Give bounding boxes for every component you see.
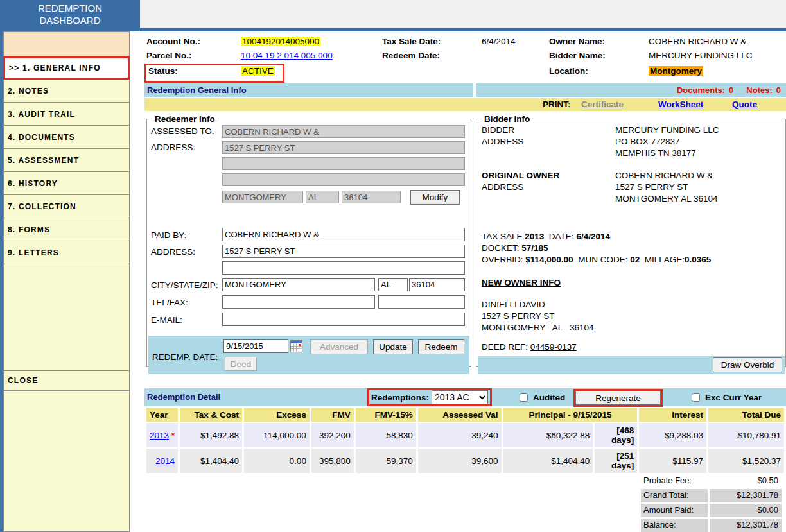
location-label: Location: [549,66,588,76]
cell-total: $1,520.37 [708,449,784,473]
bidder-name-value: MERCURY FUNDING LLC [649,51,753,60]
advanced-button: Advanced [310,339,368,354]
exc-curr-year-group: Exc Curr Year [689,391,762,404]
regenerate-button[interactable]: Regenerate [575,391,661,405]
sidebar-empty-cell [3,31,130,56]
redemp-date-field[interactable] [223,339,288,353]
col-total-due: Total Due [708,408,784,422]
audited-checkbox[interactable] [520,393,528,402]
exc-curr-year-label: Exc Curr Year [705,393,762,402]
original-owner-label: ORIGINAL OWNER [482,171,559,180]
draw-overbid-strip: Draw Overbid [478,356,785,374]
probate-fee-row: Probate Fee:$0.50 [641,474,786,488]
col-year: Year [146,408,178,422]
tel-field[interactable] [222,295,375,309]
paid-address-label: ADDRESS: [151,247,195,257]
paid-zip-field[interactable] [409,278,465,291]
paid-city-field[interactable] [222,278,375,291]
table-row: 2014 $1,404.40 0.00 395,800 59,370 39,60… [146,449,784,473]
cell-assessed: 39,240 [418,423,502,447]
notes-count: 0 [776,85,781,95]
redemption-detail-title: Redemption Detail [147,392,220,402]
documents-label: Documents: [677,85,725,95]
exc-curr-year-checkbox[interactable] [692,393,700,402]
paid-by-label: PAID BY: [151,230,186,240]
deed-button: Deed [225,357,257,371]
overbid-line: OVERBID: $114,000.00 MUN CODE: 02 MILLAG… [482,255,711,264]
sidebar-item-audit-trail[interactable]: 3. AUDIT TRAIL [3,103,130,126]
cell-fmv15: 58,830 [356,423,416,447]
status-label: Status: [148,66,178,76]
deed-ref-link[interactable]: 04459-0137 [530,342,577,352]
bidder-name: MERCURY FUNDING LLC [615,125,719,135]
cell-interest: $115.97 [639,449,706,473]
cell-fmv15: 59,370 [356,449,416,473]
cell-excess: 114,000.00 [244,423,310,447]
cell-tax-cost: $1,404.40 [180,449,242,473]
sidebar-item-letters[interactable]: 9. LETTERS [3,241,130,264]
city-state-zip-label: CITY/STATE/ZIP: [151,280,218,290]
sidebar-item-general-info[interactable]: >> 1. GENERAL INFO [3,56,130,80]
print-worksheet-link[interactable]: WorkSheet [658,99,703,109]
amount-paid-row: Amount Paid:$0.00 [641,504,786,517]
redemption-detail-table: Year Tax & Cost Excess FMV FMV-15% Asses… [144,406,786,474]
paid-by-field[interactable] [222,228,465,241]
sidebar-item-close[interactable]: CLOSE [3,371,130,391]
new-owner-address2: MONTGOMERY AL 36104 [482,323,594,332]
draw-overbid-button[interactable]: Draw Overbid [713,357,782,372]
sidebar-item-history[interactable]: 6. HISTORY [3,172,130,195]
sidebar-item-collection[interactable]: 7. COLLECTION [3,195,130,218]
col-excess: Excess [244,408,310,422]
paid-address1-field[interactable] [222,245,465,258]
top-gray-strip [140,0,786,28]
cell-days: [468days] [595,423,637,447]
print-quote-link[interactable]: Quote [732,99,757,109]
redeem-button[interactable]: Redeem [418,339,464,354]
email-label: E-MAIL: [151,315,182,325]
cell-total: $10,780.91 [708,423,784,447]
cell-fmv: 395,800 [311,449,354,473]
col-principal: Principal - 9/15/2015 [503,408,638,422]
assessed-address-label: ADDRESS: [151,142,195,152]
year-2014-link[interactable]: 2014 [155,456,175,466]
account-no-label: Account No.: [146,37,200,46]
original-owner-address-label: ADDRESS [482,182,523,192]
fax-field[interactable] [378,295,465,309]
assessed-address1-field [222,141,465,154]
assessed-city-field [222,191,303,203]
redemp-date-panel: REDEMP. DATE: Advanced Update Redeem Dee… [148,336,469,374]
assessed-address2-field [222,157,465,170]
original-owner-address1: 1527 S PERRY ST [615,182,688,192]
redeem-date-label: Redeem Date: [382,51,440,60]
sidebar-item-forms[interactable]: 8. FORMS [3,218,130,241]
redemptions-select[interactable]: 2013 AC [432,390,488,404]
year-2013-link[interactable]: 2013 [150,431,169,440]
sidebar-item-notes[interactable]: 2. NOTES [3,80,130,103]
redemp-date-label: REDEMP. DATE: [152,352,218,362]
account-no-value: 1004192014005000 [241,37,320,46]
balance-row: Balance:$12,301.78 [641,519,786,532]
assessed-zip-field [342,191,401,203]
modify-button[interactable]: Modify [410,190,460,205]
app-title-bar: REDEMPTION DASHBOARD [0,0,140,28]
update-button[interactable]: Update [373,339,413,354]
sidebar-spacer [3,264,130,371]
parcel-no-label: Parcel No.: [146,51,192,60]
original-owner-name: COBERN RICHARD W & [615,171,713,180]
tel-fax-label: TEL/FAX: [151,298,188,307]
col-fmv: FMV [311,408,354,422]
paid-address2-field[interactable] [222,261,465,275]
sidebar-filler [3,391,130,532]
calendar-icon[interactable] [290,340,302,352]
grand-total-row: Grand Total:$12,301.78 [641,489,786,502]
bidder-address2: MEMPHIS TN 38177 [615,148,696,158]
owner-name-label: Owner Name: [549,37,605,46]
paid-state-field[interactable] [378,278,408,291]
app-title: REDEMPTION DASHBOARD [25,2,115,26]
sidebar-item-assessment[interactable]: 5. ASSESSMENT [3,149,130,172]
parcel-no-link[interactable]: 10 04 19 2 014 005.000 [241,51,333,60]
email-field[interactable] [222,313,465,326]
print-certificate-link[interactable]: Certificate [581,99,624,109]
sidebar-item-documents[interactable]: 4. DOCUMENTS [3,126,130,149]
assessed-address3-field [222,173,465,186]
